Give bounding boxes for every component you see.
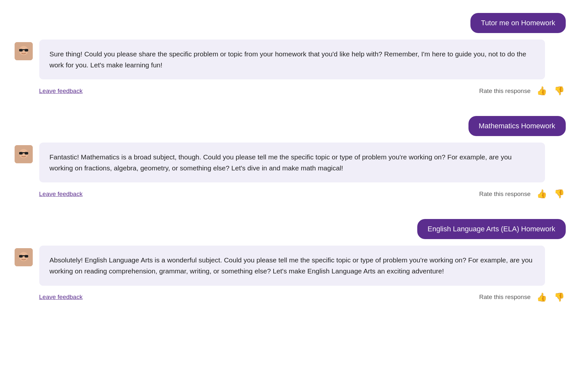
user-message-row-1: Tutor me on Homework xyxy=(15,13,566,33)
ai-message-text-1: Sure thing! Could you please share the s… xyxy=(50,50,527,69)
ai-message-text-3: Absolutely! English Language Arts is a w… xyxy=(50,256,533,275)
thumbs-up-button-1[interactable]: 👍 xyxy=(535,85,548,97)
leave-feedback-button-1[interactable]: Leave feedback xyxy=(39,87,83,95)
user-message-text-2: Mathematics Homework xyxy=(479,122,555,130)
thumbs-up-icon-1: 👍 xyxy=(537,86,547,96)
user-bubble-3: English Language Arts (ELA) Homework xyxy=(417,219,566,239)
avatar-3 xyxy=(15,248,33,266)
rate-label-2: Rate this response xyxy=(479,190,530,198)
svg-rect-5 xyxy=(22,50,25,50)
thumbs-down-icon-1: 👎 xyxy=(554,86,564,96)
rate-section-3: Rate this response 👍 👎 xyxy=(479,291,565,304)
svg-rect-10 xyxy=(25,152,28,155)
leave-feedback-button-3[interactable]: Leave feedback xyxy=(39,294,83,301)
ai-message-text-2: Fantastic! Mathematics is a broad subjec… xyxy=(50,153,512,172)
ai-message-row-1: Sure thing! Could you please share the s… xyxy=(15,40,566,79)
user-message-row-3: English Language Arts (ELA) Homework xyxy=(15,219,566,239)
ai-bubble-2: Fantastic! Mathematics is a broad subjec… xyxy=(39,143,545,182)
svg-rect-9 xyxy=(19,152,23,155)
thumbs-down-button-3[interactable]: 👎 xyxy=(553,291,566,304)
user-bubble-1: Tutor me on Homework xyxy=(470,13,565,33)
svg-rect-11 xyxy=(22,153,25,153)
thumbs-up-button-2[interactable]: 👍 xyxy=(535,188,548,200)
thumbs-down-icon-3: 👎 xyxy=(554,292,564,302)
feedback-row-3: Leave feedback Rate this response 👍 👎 xyxy=(15,291,566,304)
rate-section-1: Rate this response 👍 👎 xyxy=(479,85,565,97)
feedback-row-1: Leave feedback Rate this response 👍 👎 xyxy=(15,85,566,97)
avatar-2 xyxy=(15,145,33,163)
thumbs-down-button-1[interactable]: 👎 xyxy=(553,85,566,97)
user-message-text-1: Tutor me on Homework xyxy=(481,19,555,27)
thumbs-down-button-2[interactable]: 👎 xyxy=(553,188,566,200)
user-message-row-2: Mathematics Homework xyxy=(15,116,566,136)
ai-bubble-1: Sure thing! Could you please share the s… xyxy=(39,40,545,79)
svg-rect-15 xyxy=(19,255,23,258)
ai-message-row-3: Absolutely! English Language Arts is a w… xyxy=(15,246,566,285)
rate-label-1: Rate this response xyxy=(479,87,530,95)
feedback-row-2: Leave feedback Rate this response 👍 👎 xyxy=(15,188,566,200)
rate-label-3: Rate this response xyxy=(479,294,530,301)
svg-rect-17 xyxy=(22,256,25,256)
avatar-1 xyxy=(15,42,33,60)
rate-section-2: Rate this response 👍 👎 xyxy=(479,188,565,200)
ai-bubble-3: Absolutely! English Language Arts is a w… xyxy=(39,246,545,285)
thumbs-down-icon-2: 👎 xyxy=(554,189,564,199)
chat-container: Tutor me on Homework Sure thing! xyxy=(15,6,566,306)
thumbs-up-icon-2: 👍 xyxy=(537,189,547,199)
user-message-text-3: English Language Arts (ELA) Homework xyxy=(428,225,555,233)
svg-rect-16 xyxy=(25,255,28,258)
leave-feedback-button-2[interactable]: Leave feedback xyxy=(39,190,83,198)
thumbs-up-icon-3: 👍 xyxy=(537,292,547,302)
thumbs-up-button-3[interactable]: 👍 xyxy=(535,291,548,304)
svg-rect-3 xyxy=(19,49,23,52)
user-bubble-2: Mathematics Homework xyxy=(468,116,566,136)
ai-message-row-2: Fantastic! Mathematics is a broad subjec… xyxy=(15,143,566,182)
svg-rect-4 xyxy=(25,49,28,52)
